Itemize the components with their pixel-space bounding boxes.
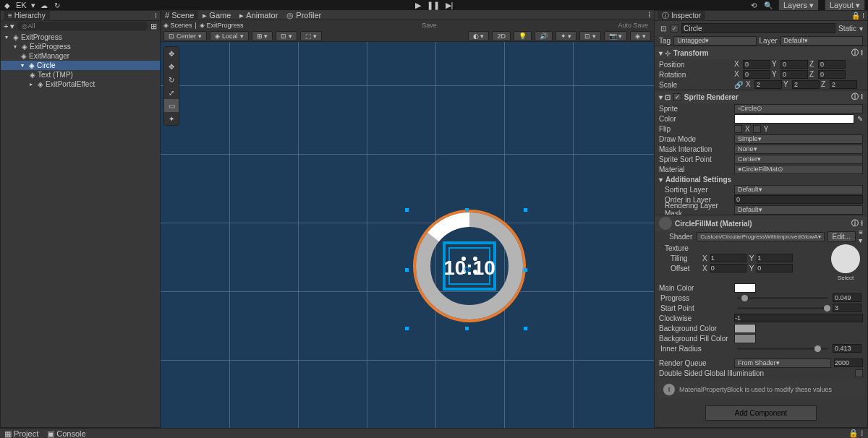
bottom-menu-icon[interactable]: 🔒 ⁞ <box>844 429 868 438</box>
active-checkbox[interactable]: ✓ <box>671 25 678 33</box>
view-tool[interactable]: ✥ <box>164 47 179 60</box>
hierarchy-search[interactable]: ◎ All <box>17 22 148 30</box>
offset-x[interactable] <box>710 264 746 272</box>
main-color-field[interactable] <box>734 283 756 293</box>
tab-console[interactable]: ▣ Console <box>43 429 90 438</box>
tiling-x[interactable] <box>710 254 746 262</box>
pos-x[interactable] <box>743 60 770 69</box>
hierarchy-tab[interactable]: ≡ Hierarchy <box>4 11 50 21</box>
color-field[interactable] <box>734 114 854 124</box>
grid-toggle[interactable]: ⊞ ▾ <box>252 31 273 41</box>
inner-radius-slider[interactable] <box>737 348 828 350</box>
snap-toggle[interactable]: ⊡ ▾ <box>276 31 297 41</box>
sprite-renderer-component[interactable]: ▾ ⊡ ✓ Sprite Rendererⓘ ⁞ <box>655 90 867 103</box>
tree-node-selected[interactable]: ▾◈ Circle <box>1 61 160 70</box>
tree-node[interactable]: ▸◈ ExitPortalEffect <box>1 80 160 89</box>
offset-y[interactable] <box>757 264 793 272</box>
step-button[interactable]: ▶| <box>446 1 454 10</box>
flip-x-checkbox[interactable] <box>734 125 742 133</box>
audio-toggle[interactable]: 🔊 <box>535 31 553 41</box>
rot-x[interactable] <box>743 70 770 79</box>
tag-dropdown[interactable]: Untagged ▾ <box>673 36 756 46</box>
rot-z[interactable] <box>818 70 846 79</box>
texture-preview[interactable] <box>831 244 860 273</box>
static-dropdown[interactable]: ▾ <box>859 25 863 33</box>
pivot-dropdown[interactable]: ⊡ Center ▾ <box>163 31 207 41</box>
rect-tool[interactable]: ▭ <box>164 99 179 112</box>
scale-y[interactable] <box>792 80 820 89</box>
search-icon[interactable]: 🔍 <box>764 1 773 9</box>
rotate-tool[interactable]: ↻ <box>164 73 179 86</box>
pos-z[interactable] <box>818 60 846 69</box>
panel-menu-icon[interactable]: ⁞ <box>645 10 654 20</box>
link-icon[interactable]: 🔗 <box>734 81 743 89</box>
increment-toggle[interactable]: ⬚ ▾ <box>300 31 323 41</box>
gizmos-dropdown[interactable]: ◈ ▾ <box>630 31 651 41</box>
render-mask-dropdown[interactable]: Default ▾ <box>734 205 863 215</box>
gizmo-toggle[interactable]: ⊡ ▾ <box>579 31 601 41</box>
user-label[interactable]: EK <box>16 1 27 9</box>
scale-tool[interactable]: ⤢ <box>164 86 179 99</box>
scale-z[interactable] <box>830 80 857 89</box>
camera-toggle[interactable]: 📷 ▾ <box>604 31 628 41</box>
pause-button[interactable]: ❚❚ <box>427 1 440 10</box>
play-button[interactable]: ▶ <box>415 1 421 10</box>
undo-icon[interactable]: ⟲ <box>749 1 758 9</box>
flip-y-checkbox[interactable] <box>753 125 761 133</box>
handle-dropdown[interactable]: ◈ Local ▾ <box>210 31 249 41</box>
scale-x[interactable] <box>754 80 782 89</box>
start-point-slider[interactable] <box>737 307 828 309</box>
lock-icon[interactable]: 🔒 ⁞ <box>851 12 864 20</box>
panel-menu-icon[interactable]: ⁞ <box>155 12 157 20</box>
select-texture-button[interactable]: Select <box>830 275 861 281</box>
material-field[interactable]: ● CircleFillMat ⊙ <box>734 165 863 174</box>
current-scene[interactable]: ◈ ExitProgress <box>200 22 244 29</box>
dropdown-icon[interactable]: ▾ <box>31 1 35 10</box>
tab-project[interactable]: ▦ Project <box>0 429 43 438</box>
tree-node[interactable]: ◈ ExitManager <box>1 51 160 61</box>
filter-icon[interactable]: ⊞ <box>150 22 157 31</box>
tab-scene[interactable]: # Scene <box>161 10 198 20</box>
move-tool[interactable]: ✥ <box>164 60 179 73</box>
progress-value[interactable] <box>833 293 861 302</box>
tab-game[interactable]: ▸ Game <box>198 10 235 20</box>
clockwise-field[interactable] <box>734 314 863 322</box>
layer-dropdown[interactable]: Default ▾ <box>780 36 863 46</box>
fx-toggle[interactable]: ✦ ▾ <box>556 31 577 41</box>
eyedropper-icon[interactable]: ✎ <box>857 115 863 123</box>
inspector-tab[interactable]: ⓘ Inspector <box>658 11 705 21</box>
mask-dropdown[interactable]: None ▾ <box>734 145 863 154</box>
history-icon[interactable]: ↻ <box>53 1 61 9</box>
shader-dropdown[interactable]: Custom/CircularProgressWithImprovedGlowA… <box>697 232 824 241</box>
object-name-field[interactable] <box>681 23 835 33</box>
cloud-icon[interactable]: ☁ <box>40 1 48 9</box>
lighting-toggle[interactable]: 💡 <box>514 31 532 41</box>
draw-mode[interactable]: ◐ ▾ <box>468 31 490 41</box>
transform-tool[interactable]: ✦ <box>164 112 179 125</box>
add-component-button[interactable]: Add Component <box>705 405 817 421</box>
selection-box[interactable] <box>407 210 526 329</box>
draw-mode-dropdown[interactable]: Simple ▾ <box>734 134 863 144</box>
render-queue-mode[interactable]: From Shader ▾ <box>734 358 831 368</box>
tab-profiler[interactable]: ◎ Profiler <box>282 10 326 20</box>
gi-checkbox[interactable] <box>855 369 863 377</box>
scene-viewport[interactable]: ✥ ✥ ↻ ⤢ ▭ ✦ 10:10 <box>161 42 654 428</box>
sorting-layer-dropdown[interactable]: Default ▾ <box>734 185 863 194</box>
autosave-toggle[interactable]: Auto Save <box>615 22 651 29</box>
inner-radius-value[interactable] <box>833 344 861 353</box>
bg-fill-color-field[interactable] <box>734 334 756 343</box>
rot-y[interactable] <box>780 70 808 79</box>
save-button[interactable]: Save <box>419 22 440 29</box>
transform-component[interactable]: ▾ ⊹ Transformⓘ ⁞ <box>655 46 867 59</box>
add-button[interactable]: + ▾ <box>4 22 14 31</box>
bg-color-field[interactable] <box>734 324 756 333</box>
material-component[interactable]: CircleFillMat (Material)ⓘ ⁞ <box>655 215 867 231</box>
progress-slider[interactable] <box>737 297 828 299</box>
tree-node[interactable]: ◈ Text (TMP) <box>1 70 160 80</box>
2d-toggle[interactable]: 2D <box>492 31 511 41</box>
edit-shader-button[interactable]: Edit... <box>827 231 856 242</box>
scenes-icon[interactable]: ◈ Scenes <box>163 22 192 29</box>
order-field[interactable] <box>734 195 863 204</box>
tab-animator[interactable]: ▸ Animator <box>235 10 282 20</box>
pos-y[interactable] <box>780 60 808 69</box>
